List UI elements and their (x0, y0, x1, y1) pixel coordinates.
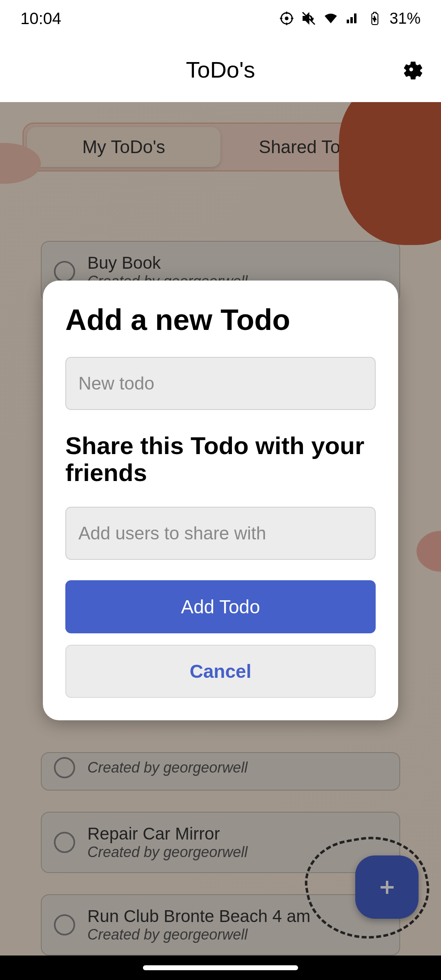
app-header: ToDo's (0, 37, 441, 102)
new-todo-input[interactable] (65, 357, 376, 410)
home-indicator[interactable] (143, 965, 298, 970)
target-icon (279, 11, 294, 26)
status-time: 10:04 (20, 9, 61, 28)
page-title: ToDo's (186, 56, 255, 83)
add-todo-modal: Add a new Todo Share this Todo with your… (43, 281, 398, 720)
signal-icon (345, 11, 360, 26)
svg-point-1 (285, 17, 288, 20)
battery-percent: 31% (390, 10, 421, 27)
cancel-button[interactable]: Cancel (65, 645, 376, 698)
modal-title: Add a new Todo (65, 303, 376, 336)
battery-icon (368, 11, 382, 26)
status-bar: 10:04 31% (0, 0, 441, 37)
status-icons: 31% (279, 10, 421, 27)
add-todo-button[interactable]: Add Todo (65, 580, 376, 633)
gear-icon[interactable] (400, 58, 423, 81)
share-users-input[interactable] (65, 507, 376, 560)
mute-icon (301, 11, 316, 26)
svg-point-2 (409, 67, 413, 71)
wifi-icon (323, 11, 338, 26)
modal-share-title: Share this Todo with your friends (65, 432, 376, 486)
navigation-bar (0, 956, 441, 980)
